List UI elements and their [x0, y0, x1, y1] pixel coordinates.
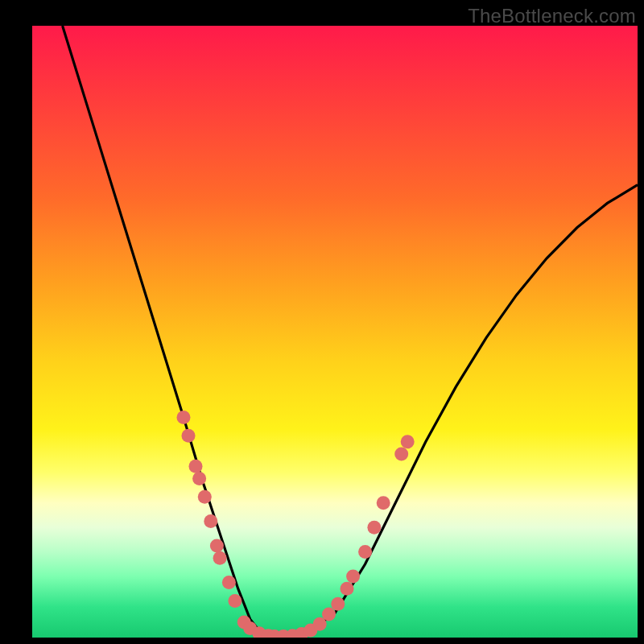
curve-marker — [322, 608, 336, 621]
curve-markers — [177, 411, 415, 638]
bottleneck-curve-svg — [32, 26, 638, 638]
curve-marker — [394, 448, 408, 461]
curve-marker — [377, 496, 390, 510]
curve-marker — [358, 545, 372, 559]
curve-marker — [198, 490, 212, 504]
curve-marker — [213, 551, 227, 565]
curve-marker — [204, 514, 217, 528]
curve-marker — [189, 460, 203, 473]
curve-marker — [177, 411, 191, 424]
curve-marker — [346, 570, 360, 584]
watermark-text: TheBottleneck.com — [468, 5, 636, 27]
curve-marker — [182, 429, 196, 443]
curve-marker — [192, 472, 206, 485]
plot-area — [32, 26, 638, 638]
chart-frame: TheBottleneck.com — [0, 0, 644, 644]
bottleneck-curve — [63, 26, 638, 638]
curve-marker — [331, 597, 345, 611]
curve-marker — [367, 521, 381, 535]
curve-marker — [228, 594, 242, 608]
curve-marker — [401, 435, 415, 448]
curve-marker — [341, 582, 354, 596]
curve-marker — [222, 576, 236, 589]
curve-marker — [210, 539, 224, 553]
